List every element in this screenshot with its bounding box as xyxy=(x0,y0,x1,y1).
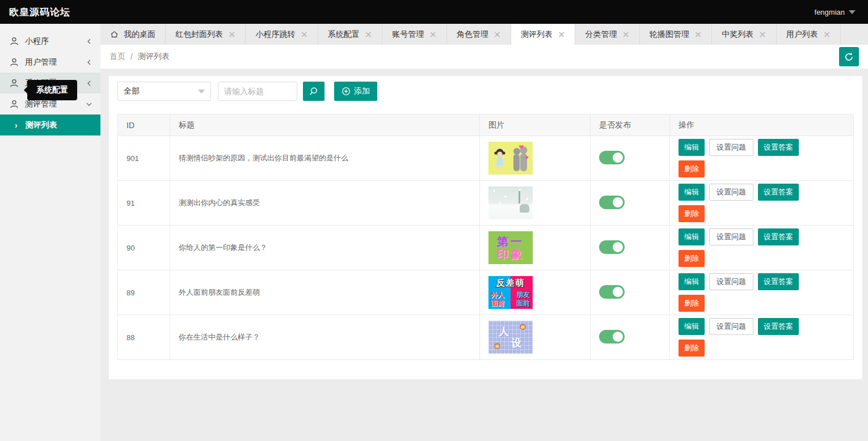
row-title-cell: 猜测情侣吵架的原因，测试出你目前最渴望的是什么 xyxy=(170,136,480,181)
publish-toggle[interactable] xyxy=(599,330,625,344)
breadcrumb-home[interactable]: 首页 xyxy=(109,52,125,62)
tab-close-icon[interactable]: × xyxy=(494,30,501,39)
delete-button[interactable]: 删除 xyxy=(679,160,705,177)
tab-category-management[interactable]: 分类管理× xyxy=(575,24,639,45)
title-search-input[interactable] xyxy=(218,82,297,101)
tab-user-list[interactable]: 用户列表× xyxy=(777,24,841,45)
delete-button[interactable]: 删除 xyxy=(679,250,705,267)
tab-close-icon[interactable]: × xyxy=(228,30,235,39)
person-icon xyxy=(9,57,19,67)
tab-role-management[interactable]: 角色管理× xyxy=(447,24,511,45)
row-id-cell: 901 xyxy=(118,136,170,181)
set-question-button[interactable]: 设置问题 xyxy=(709,228,753,245)
publish-toggle[interactable] xyxy=(599,151,625,164)
actions-line-2: 删除 xyxy=(679,160,845,177)
set-answer-button[interactable]: 设置答案 xyxy=(758,184,799,201)
search-button[interactable] xyxy=(303,82,325,101)
app-title: 欧皇源码论坛 xyxy=(9,6,70,19)
search-icon xyxy=(309,86,319,96)
toggle-knob xyxy=(613,332,623,342)
tab-close-icon[interactable]: × xyxy=(429,30,436,39)
actions-line-1: 编辑设置问题设置答案 xyxy=(679,273,845,290)
set-answer-button[interactable]: 设置答案 xyxy=(758,273,799,290)
tab-close-icon[interactable]: × xyxy=(759,30,766,39)
tab-label: 系统配置 xyxy=(328,29,360,40)
set-question-button[interactable]: 设置问题 xyxy=(709,184,753,201)
tab-miniprogram-jump[interactable]: 小程序跳转× xyxy=(246,24,318,45)
sidebar-item-evaluation-list[interactable]: › 测评列表 xyxy=(0,115,100,135)
tab-prize-list[interactable]: 中奖列表× xyxy=(712,24,776,45)
table-row: 89外人面前朋友面前反差萌反差萌外人面前朋友面前编辑设置问题设置答案删除 xyxy=(118,270,854,315)
row-actions-cell: 编辑设置问题设置答案删除 xyxy=(670,136,854,181)
row-title-cell: 测测出你内心的真实感受 xyxy=(170,181,480,226)
tab-close-icon[interactable]: × xyxy=(558,30,565,39)
user-menu[interactable]: fengmian xyxy=(815,8,856,16)
person-icon xyxy=(9,36,19,46)
delete-button[interactable]: 删除 xyxy=(679,340,705,357)
sidebar-item-label: 测评列表 xyxy=(26,120,57,130)
breadcrumb-current: 测评列表 xyxy=(138,52,170,62)
set-answer-button[interactable]: 设置答案 xyxy=(758,139,799,156)
table-header-row: ID标题图片是否发布操作 xyxy=(118,115,854,136)
edit-button[interactable]: 编辑 xyxy=(679,228,705,245)
set-answer-button[interactable]: 设置答案 xyxy=(758,228,799,245)
chevron-left-icon xyxy=(86,80,92,87)
tab-red-packet-cover-list[interactable]: 红包封面列表× xyxy=(166,24,246,45)
row-thumbnail-image xyxy=(488,142,533,175)
toggle-knob xyxy=(613,197,623,207)
publish-toggle[interactable] xyxy=(599,240,625,254)
tab-close-icon[interactable]: × xyxy=(365,30,372,39)
set-question-button[interactable]: 设置问题 xyxy=(709,273,753,290)
column-header: 标题 xyxy=(170,115,480,136)
set-question-button[interactable]: 设置问题 xyxy=(709,318,753,335)
tab-close-icon[interactable]: × xyxy=(823,30,831,39)
row-publish-cell xyxy=(591,226,670,270)
edit-button[interactable]: 编辑 xyxy=(679,273,705,290)
row-title-cell: 你在生活中是什么样子？ xyxy=(170,315,480,360)
tab-account-management[interactable]: 账号管理× xyxy=(382,24,446,45)
breadcrumb-separator: / xyxy=(130,52,133,61)
chevron-down-icon xyxy=(198,90,205,94)
actions-line-1: 编辑设置问题设置答案 xyxy=(679,318,845,335)
delete-button[interactable]: 删除 xyxy=(679,295,705,312)
row-image-cell xyxy=(480,136,591,181)
edit-button[interactable]: 编辑 xyxy=(679,184,705,201)
column-header: 图片 xyxy=(480,115,591,136)
publish-toggle[interactable] xyxy=(599,285,625,299)
row-thumbnail-image: 第一印象 xyxy=(488,231,533,264)
sidebar-item-user-management[interactable]: 用户管理 xyxy=(0,52,100,73)
set-answer-button[interactable]: 设置答案 xyxy=(758,318,799,335)
category-select-value: 全部 xyxy=(124,86,140,96)
edit-button[interactable]: 编辑 xyxy=(679,139,705,156)
row-publish-cell xyxy=(591,270,670,315)
tab-close-icon[interactable]: × xyxy=(300,30,307,39)
category-select[interactable]: 全部 xyxy=(117,82,211,101)
tab-close-icon[interactable]: × xyxy=(694,30,702,39)
home-icon xyxy=(110,30,119,39)
tab-evaluation-list[interactable]: 测评列表× xyxy=(511,24,575,45)
chevron-left-icon xyxy=(86,59,92,66)
filter-row: 全部 添加 xyxy=(117,82,854,101)
actions-line-2: 删除 xyxy=(679,295,845,312)
refresh-button[interactable] xyxy=(839,47,859,66)
delete-button[interactable]: 删除 xyxy=(679,205,705,222)
row-image-cell: 反差萌外人面前朋友面前 xyxy=(480,270,591,315)
tab-close-icon[interactable]: × xyxy=(622,30,629,39)
table-body: 901猜测情侣吵架的原因，测试出你目前最渴望的是什么编辑设置问题设置答案删除91… xyxy=(118,136,854,360)
row-title-cell: 外人面前朋友面前反差萌 xyxy=(170,270,480,315)
row-thumbnail-image xyxy=(488,186,533,219)
set-question-button[interactable]: 设置问题 xyxy=(709,139,753,156)
add-button[interactable]: 添加 xyxy=(334,82,377,101)
column-header: 操作 xyxy=(670,115,854,136)
table-row: 91测测出你内心的真实感受编辑设置问题设置答案删除 xyxy=(118,181,854,226)
tab-desktop[interactable]: 我的桌面 xyxy=(100,24,166,45)
row-image-cell: 人设 xyxy=(480,315,591,360)
tab-label: 我的桌面 xyxy=(124,29,155,40)
tab-carousel-management[interactable]: 轮播图管理× xyxy=(640,24,712,45)
edit-button[interactable]: 编辑 xyxy=(679,318,705,335)
tab-label: 分类管理 xyxy=(585,29,617,40)
tab-system-config[interactable]: 系统配置× xyxy=(318,24,382,45)
sidebar-item-miniprogram[interactable]: 小程序 xyxy=(0,31,100,52)
publish-toggle[interactable] xyxy=(599,196,625,209)
chevron-down-icon xyxy=(86,101,92,108)
